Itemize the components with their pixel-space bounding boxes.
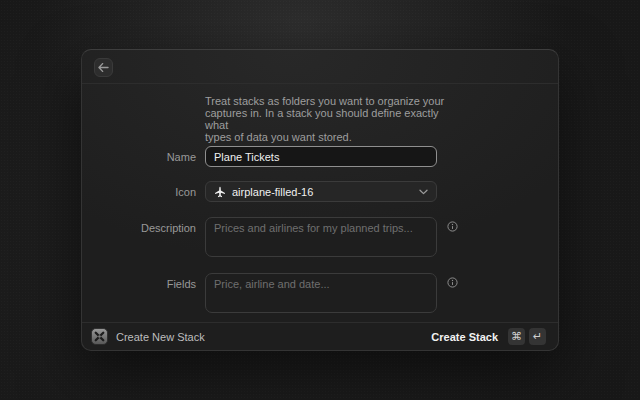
description-textarea[interactable]	[205, 217, 437, 257]
modal-footer: Create New Stack Create Stack ⌘ ↵	[82, 322, 558, 350]
modal-header	[82, 50, 558, 84]
fields-row: Fields	[95, 273, 545, 313]
icon-select-value: airplane-filled-16	[232, 186, 419, 198]
intro-text: Treat stacks as folders you want to orga…	[205, 95, 455, 143]
name-input[interactable]	[205, 146, 437, 167]
fields-label: Fields	[95, 273, 196, 290]
name-label: Name	[95, 151, 196, 163]
icon-row: Icon airplane-filled-16	[95, 181, 545, 202]
description-info-icon[interactable]	[447, 221, 458, 232]
description-label: Description	[95, 217, 196, 234]
arrow-left-icon	[98, 63, 109, 72]
footer-title: Create New Stack	[116, 331, 205, 343]
back-button[interactable]	[94, 58, 113, 77]
create-stack-button[interactable]: Create Stack	[431, 331, 498, 343]
icon-label: Icon	[95, 186, 196, 198]
fields-info-icon[interactable]	[447, 277, 458, 288]
create-stack-modal: Treat stacks as folders you want to orga…	[81, 49, 559, 351]
footer-left: Create New Stack	[91, 328, 431, 345]
airplane-icon	[214, 186, 226, 198]
fields-textarea[interactable]	[205, 273, 437, 313]
app-logo-icon	[91, 328, 108, 345]
command-key-icon: ⌘	[508, 328, 525, 345]
name-row: Name	[95, 146, 545, 167]
footer-right: Create Stack ⌘ ↵	[431, 328, 546, 345]
icon-select[interactable]: airplane-filled-16	[205, 181, 437, 202]
chevron-down-icon	[419, 189, 428, 195]
return-key-icon: ↵	[529, 328, 546, 345]
description-row: Description	[95, 217, 545, 257]
